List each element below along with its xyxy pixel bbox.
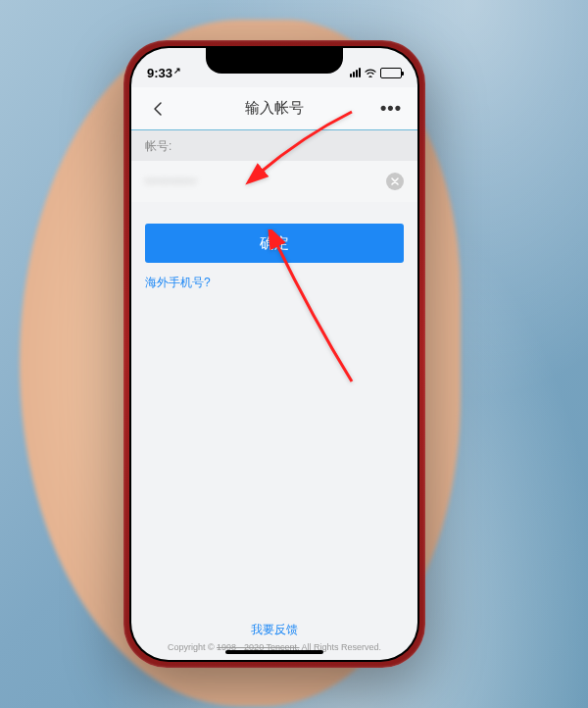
- phone-screen: 9:33↗: [131, 48, 417, 660]
- annotation-arrow-1: [244, 107, 362, 189]
- wifi-icon: [364, 66, 377, 80]
- annotation-arrow-2: [264, 229, 371, 390]
- back-button[interactable]: [143, 94, 172, 124]
- clear-button[interactable]: [386, 173, 404, 190]
- signal-icon: [350, 68, 361, 77]
- status-time: 9:33: [147, 66, 172, 80]
- more-button[interactable]: •••: [376, 94, 406, 124]
- overseas-phone-link[interactable]: 海外手机号?: [145, 276, 211, 289]
- footer: 我要反馈 Copyright © 1998 - 2020 Tencent. Al…: [131, 622, 417, 660]
- home-indicator: [225, 650, 323, 654]
- battery-icon: [380, 68, 402, 78]
- notch: [206, 48, 343, 74]
- location-indicator-icon: ↗: [173, 66, 181, 76]
- phone-frame: 9:33↗: [123, 40, 425, 668]
- feedback-link[interactable]: 我要反馈: [131, 622, 417, 638]
